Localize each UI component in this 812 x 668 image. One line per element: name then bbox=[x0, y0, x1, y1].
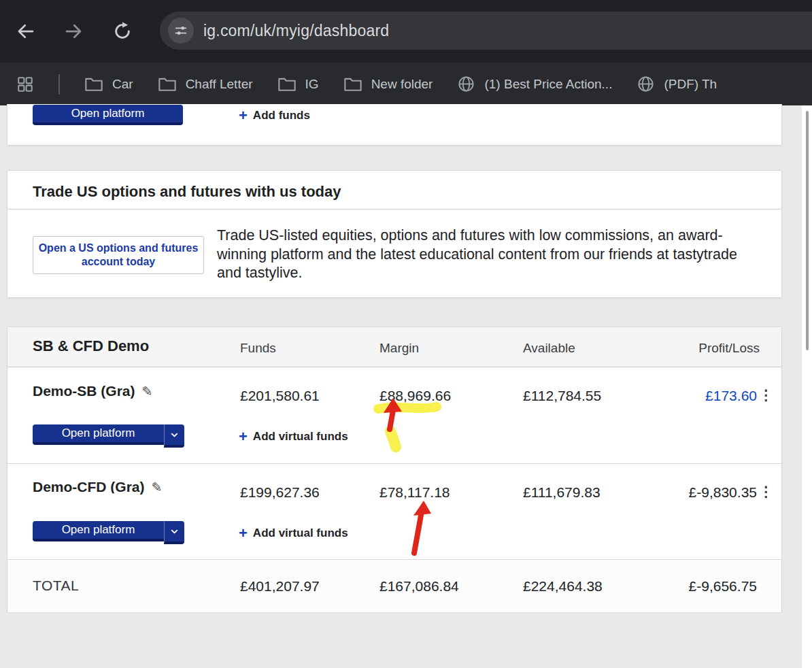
add-funds-label: Add funds bbox=[253, 109, 310, 122]
bookmark-label: New folder bbox=[371, 77, 433, 92]
bookmark-label: IG bbox=[305, 77, 319, 92]
column-header-profit-loss: Profit/Loss bbox=[698, 341, 760, 356]
reload-button[interactable] bbox=[109, 18, 136, 45]
bookmark-folder-chaff-letter[interactable]: Chaff Letter bbox=[158, 76, 253, 93]
back-arrow-icon bbox=[16, 21, 36, 41]
cell-profit-loss: £173.60 bbox=[705, 388, 757, 404]
cell-margin: £78,117.18 bbox=[379, 484, 450, 501]
open-platform-split-button: Open platform bbox=[33, 424, 184, 448]
scrollbar-thumb[interactable] bbox=[806, 111, 809, 350]
scrollbar-track bbox=[802, 105, 812, 668]
kebab-menu-icon[interactable]: ⋮ bbox=[759, 484, 773, 500]
account-name: Demo-SB (Gra) ✎ bbox=[33, 383, 152, 399]
bookmark-folder-new-folder[interactable]: New folder bbox=[343, 76, 433, 93]
cell-funds: £201,580.61 bbox=[240, 388, 320, 404]
globe-icon bbox=[637, 75, 655, 93]
bookmark-folder-car[interactable]: Car bbox=[84, 76, 133, 93]
bookmark-label: (PDF) Th bbox=[664, 77, 717, 92]
open-platform-button[interactable]: Open platform bbox=[33, 105, 183, 125]
bookmark-pdf[interactable]: (PDF) Th bbox=[637, 75, 717, 93]
add-virtual-funds-label: Add virtual funds bbox=[253, 430, 348, 444]
folder-icon bbox=[158, 76, 177, 93]
demo-accounts-card: SB & CFD Demo Funds Margin Available Pro… bbox=[7, 327, 782, 612]
plus-icon: + bbox=[239, 108, 248, 123]
bookmark-label: (1) Best Price Action... bbox=[484, 77, 612, 92]
total-margin: £167,086.84 bbox=[379, 578, 459, 595]
bookmarks-divider bbox=[58, 74, 60, 95]
open-platform-label: Open platform bbox=[62, 523, 135, 537]
total-profit-loss: £-9,656.75 bbox=[689, 578, 757, 595]
table-row-demo-sb: Demo-SB (Gra) ✎ £201,580.61 £88,969.66 £… bbox=[7, 367, 781, 464]
promo-title: Trade US options and futures with us tod… bbox=[33, 183, 341, 201]
open-platform-label: Open platform bbox=[71, 107, 145, 120]
apps-grid-button[interactable] bbox=[16, 76, 34, 93]
account-name: Demo-CFD (Gra) ✎ bbox=[33, 479, 162, 495]
add-virtual-funds-label: Add virtual funds bbox=[253, 527, 348, 540]
platform-dropdown-button[interactable] bbox=[164, 521, 184, 544]
bookmarks-bar: Car Chaff Letter IG New folder (1) Best … bbox=[0, 63, 812, 105]
cell-funds: £199,627.36 bbox=[240, 484, 320, 501]
cell-profit-loss: £-9,830.35 bbox=[689, 484, 757, 501]
open-platform-button[interactable]: Open platform bbox=[33, 521, 164, 541]
account-name-label: Demo-SB (Gra) bbox=[33, 383, 135, 399]
open-platform-split-button: Open platform bbox=[33, 521, 184, 544]
folder-icon bbox=[343, 76, 362, 93]
table-row-demo-cfd: Demo-CFD (Gra) ✎ £199,627.36 £78,117.18 … bbox=[7, 464, 781, 560]
table-title: SB & CFD Demo bbox=[33, 337, 149, 355]
open-platform-button[interactable]: Open platform bbox=[33, 424, 164, 445]
account-name-label: Demo-CFD (Gra) bbox=[33, 479, 145, 495]
cell-margin: £88,969.66 bbox=[379, 388, 451, 404]
plus-icon: + bbox=[239, 429, 248, 444]
back-button[interactable] bbox=[12, 18, 39, 45]
live-account-card-partial: Open platform + Add funds bbox=[7, 104, 782, 146]
site-settings-badge[interactable] bbox=[168, 18, 194, 44]
edit-pencil-icon[interactable]: ✎ bbox=[152, 480, 163, 495]
total-available: £224,464.38 bbox=[523, 578, 603, 595]
us-options-promo-card: Trade US options and futures with us tod… bbox=[7, 170, 782, 298]
promo-divider bbox=[7, 209, 781, 210]
total-funds: £401,207.97 bbox=[240, 578, 320, 595]
column-header-funds: Funds bbox=[240, 341, 276, 356]
bookmark-folder-ig[interactable]: IG bbox=[277, 76, 319, 93]
table-header: SB & CFD Demo Funds Margin Available Pro… bbox=[7, 327, 781, 367]
bookmark-label: Chaff Letter bbox=[186, 77, 253, 92]
browser-toolbar: ig.com/uk/myig/dashboard bbox=[0, 0, 812, 63]
cell-available: £112,784.55 bbox=[523, 388, 601, 404]
edit-pencil-icon[interactable]: ✎ bbox=[142, 384, 153, 399]
plus-icon: + bbox=[239, 526, 248, 541]
platform-dropdown-button[interactable] bbox=[164, 424, 184, 448]
table-total-row: TOTAL £401,207.97 £167,086.84 £224,464.3… bbox=[7, 560, 781, 612]
open-platform-label: Open platform bbox=[62, 427, 135, 440]
folder-icon bbox=[277, 76, 297, 93]
column-header-available: Available bbox=[523, 341, 575, 356]
add-virtual-funds-link[interactable]: + Add virtual funds bbox=[239, 429, 348, 444]
promo-body-text: Trade US-listed equities, options and fu… bbox=[217, 227, 764, 283]
url-text[interactable]: ig.com/uk/myig/dashboard bbox=[203, 22, 389, 40]
column-header-margin: Margin bbox=[379, 341, 419, 356]
open-us-options-account-button[interactable]: Open a US options and futures account to… bbox=[33, 236, 204, 274]
forward-button[interactable] bbox=[60, 18, 87, 45]
total-label: TOTAL bbox=[33, 578, 79, 594]
kebab-menu-icon[interactable]: ⋮ bbox=[759, 387, 773, 403]
forward-arrow-icon bbox=[63, 21, 84, 41]
bookmark-best-price-action[interactable]: (1) Best Price Action... bbox=[457, 75, 612, 93]
add-funds-link[interactable]: + Add funds bbox=[239, 108, 310, 123]
apps-grid-icon bbox=[16, 76, 34, 93]
globe-icon bbox=[457, 75, 475, 93]
chevron-down-icon bbox=[169, 430, 180, 440]
folder-icon bbox=[84, 76, 103, 93]
bookmark-label: Car bbox=[112, 77, 133, 92]
reload-icon bbox=[113, 22, 132, 41]
tune-icon bbox=[173, 23, 188, 38]
address-bar[interactable]: ig.com/uk/myig/dashboard bbox=[160, 12, 812, 50]
add-virtual-funds-link[interactable]: + Add virtual funds bbox=[239, 526, 348, 541]
cell-available: £111,679.83 bbox=[523, 484, 600, 501]
chevron-down-icon bbox=[169, 527, 180, 537]
dashboard-page: Open platform + Add funds Trade US optio… bbox=[0, 105, 812, 668]
